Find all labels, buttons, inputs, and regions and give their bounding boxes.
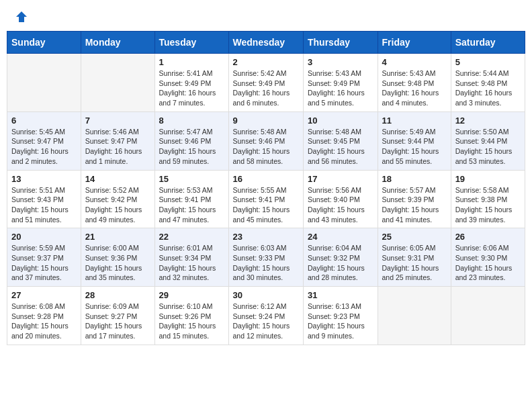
calendar-cell: 2Sunrise: 5:42 AM Sunset: 9:49 PM Daylig…: [228, 54, 303, 112]
day-info: Sunrise: 6:05 AM Sunset: 9:31 PM Dayligh…: [382, 243, 447, 283]
calendar-header-thursday: Thursday: [304, 32, 378, 54]
day-number: 12: [455, 116, 521, 126]
day-number: 24: [308, 232, 373, 242]
day-number: 27: [11, 290, 77, 300]
day-number: 21: [85, 232, 150, 242]
calendar-cell: 25Sunrise: 6:05 AM Sunset: 9:31 PM Dayli…: [378, 228, 451, 287]
day-number: 23: [233, 232, 299, 242]
calendar-cell: 10Sunrise: 5:48 AM Sunset: 9:45 PM Dayli…: [304, 111, 378, 170]
day-info: Sunrise: 5:48 AM Sunset: 9:46 PM Dayligh…: [233, 127, 299, 167]
day-number: 15: [159, 174, 224, 184]
day-number: 7: [85, 116, 150, 126]
day-info: Sunrise: 5:41 AM Sunset: 9:49 PM Dayligh…: [159, 68, 224, 108]
day-number: 6: [11, 116, 77, 126]
calendar-week-row: 27Sunrise: 6:08 AM Sunset: 9:28 PM Dayli…: [7, 287, 525, 345]
day-number: 2: [233, 57, 299, 67]
day-number: 28: [85, 290, 150, 300]
day-number: 10: [308, 116, 373, 126]
day-number: 26: [455, 232, 521, 242]
calendar-cell: 27Sunrise: 6:08 AM Sunset: 9:28 PM Dayli…: [7, 287, 81, 345]
day-info: Sunrise: 5:52 AM Sunset: 9:42 PM Dayligh…: [85, 185, 150, 225]
calendar-table: SundayMondayTuesdayWednesdayThursdayFrid…: [7, 31, 525, 345]
day-number: 17: [308, 174, 373, 184]
day-info: Sunrise: 5:44 AM Sunset: 9:48 PM Dayligh…: [455, 68, 521, 108]
calendar-cell: 13Sunrise: 5:51 AM Sunset: 9:43 PM Dayli…: [7, 170, 81, 228]
day-info: Sunrise: 5:43 AM Sunset: 9:49 PM Dayligh…: [308, 68, 373, 108]
day-info: Sunrise: 6:09 AM Sunset: 9:27 PM Dayligh…: [85, 302, 150, 341]
calendar-week-row: 1Sunrise: 5:41 AM Sunset: 9:49 PM Daylig…: [7, 54, 525, 112]
calendar-cell: 11Sunrise: 5:49 AM Sunset: 9:44 PM Dayli…: [378, 111, 451, 170]
calendar-cell: 24Sunrise: 6:04 AM Sunset: 9:32 PM Dayli…: [304, 228, 378, 287]
calendar-cell: [378, 287, 451, 345]
day-info: Sunrise: 5:55 AM Sunset: 9:41 PM Dayligh…: [233, 185, 299, 225]
calendar-header-saturday: Saturday: [451, 32, 525, 54]
calendar-cell: 15Sunrise: 5:53 AM Sunset: 9:41 PM Dayli…: [154, 170, 228, 228]
calendar-cell: 29Sunrise: 6:10 AM Sunset: 9:26 PM Dayli…: [154, 287, 228, 345]
day-number: 19: [455, 174, 521, 184]
calendar-header-tuesday: Tuesday: [154, 32, 228, 54]
calendar-cell: 30Sunrise: 6:12 AM Sunset: 9:24 PM Dayli…: [228, 287, 303, 345]
logo: [13, 10, 28, 21]
calendar-cell: 7Sunrise: 5:46 AM Sunset: 9:47 PM Daylig…: [81, 111, 154, 170]
day-info: Sunrise: 5:58 AM Sunset: 9:38 PM Dayligh…: [455, 185, 521, 225]
day-info: Sunrise: 5:43 AM Sunset: 9:48 PM Dayligh…: [382, 68, 447, 108]
calendar-header-friday: Friday: [378, 32, 451, 54]
calendar-week-row: 20Sunrise: 5:59 AM Sunset: 9:37 PM Dayli…: [7, 228, 525, 287]
day-info: Sunrise: 5:45 AM Sunset: 9:47 PM Dayligh…: [11, 127, 77, 167]
day-info: Sunrise: 5:47 AM Sunset: 9:46 PM Dayligh…: [159, 127, 224, 167]
day-info: Sunrise: 5:48 AM Sunset: 9:45 PM Dayligh…: [308, 127, 373, 167]
calendar-week-row: 6Sunrise: 5:45 AM Sunset: 9:47 PM Daylig…: [7, 111, 525, 170]
calendar-cell: 12Sunrise: 5:50 AM Sunset: 9:44 PM Dayli…: [451, 111, 525, 170]
calendar-cell: 19Sunrise: 5:58 AM Sunset: 9:38 PM Dayli…: [451, 170, 525, 228]
calendar-cell: 8Sunrise: 5:47 AM Sunset: 9:46 PM Daylig…: [154, 111, 228, 170]
day-number: 14: [85, 174, 150, 184]
day-info: Sunrise: 6:10 AM Sunset: 9:26 PM Dayligh…: [159, 302, 224, 341]
day-info: Sunrise: 5:51 AM Sunset: 9:43 PM Dayligh…: [11, 185, 77, 225]
day-number: 13: [11, 174, 77, 184]
calendar-header-row: SundayMondayTuesdayWednesdayThursdayFrid…: [7, 32, 525, 54]
calendar-cell: 28Sunrise: 6:09 AM Sunset: 9:27 PM Dayli…: [81, 287, 154, 345]
day-number: 31: [308, 290, 373, 300]
day-number: 25: [382, 232, 447, 242]
calendar-cell: 31Sunrise: 6:13 AM Sunset: 9:23 PM Dayli…: [304, 287, 378, 345]
day-number: 3: [308, 57, 373, 67]
calendar-cell: 18Sunrise: 5:57 AM Sunset: 9:39 PM Dayli…: [378, 170, 451, 228]
calendar-cell: 6Sunrise: 5:45 AM Sunset: 9:47 PM Daylig…: [7, 111, 81, 170]
day-info: Sunrise: 5:57 AM Sunset: 9:39 PM Dayligh…: [382, 185, 447, 225]
day-number: 30: [233, 290, 299, 300]
day-info: Sunrise: 6:13 AM Sunset: 9:23 PM Dayligh…: [308, 302, 373, 341]
day-info: Sunrise: 6:04 AM Sunset: 9:32 PM Dayligh…: [308, 243, 373, 283]
svg-marker-0: [16, 11, 27, 22]
page-header: [7, 7, 525, 24]
day-info: Sunrise: 5:59 AM Sunset: 9:37 PM Dayligh…: [11, 243, 77, 283]
calendar-cell: 4Sunrise: 5:43 AM Sunset: 9:48 PM Daylig…: [378, 54, 451, 112]
calendar-cell: 21Sunrise: 6:00 AM Sunset: 9:36 PM Dayli…: [81, 228, 154, 287]
calendar-cell: 22Sunrise: 6:01 AM Sunset: 9:34 PM Dayli…: [154, 228, 228, 287]
calendar-cell: 17Sunrise: 5:56 AM Sunset: 9:40 PM Dayli…: [304, 170, 378, 228]
day-number: 5: [455, 57, 521, 67]
day-info: Sunrise: 5:53 AM Sunset: 9:41 PM Dayligh…: [159, 185, 224, 225]
day-number: 11: [382, 116, 447, 126]
calendar-cell: [7, 54, 81, 112]
calendar-cell: [451, 287, 525, 345]
day-number: 18: [382, 174, 447, 184]
day-number: 20: [11, 232, 77, 242]
calendar-header-wednesday: Wednesday: [228, 32, 303, 54]
day-info: Sunrise: 5:49 AM Sunset: 9:44 PM Dayligh…: [382, 127, 447, 167]
day-number: 1: [159, 57, 224, 67]
day-info: Sunrise: 6:12 AM Sunset: 9:24 PM Dayligh…: [233, 302, 299, 341]
day-number: 8: [159, 116, 224, 126]
day-info: Sunrise: 6:03 AM Sunset: 9:33 PM Dayligh…: [233, 243, 299, 283]
day-info: Sunrise: 6:01 AM Sunset: 9:34 PM Dayligh…: [159, 243, 224, 283]
day-info: Sunrise: 6:00 AM Sunset: 9:36 PM Dayligh…: [85, 243, 150, 283]
day-info: Sunrise: 5:56 AM Sunset: 9:40 PM Dayligh…: [308, 185, 373, 225]
day-info: Sunrise: 5:50 AM Sunset: 9:44 PM Dayligh…: [455, 127, 521, 167]
day-info: Sunrise: 6:06 AM Sunset: 9:30 PM Dayligh…: [455, 243, 521, 283]
calendar-header-monday: Monday: [81, 32, 154, 54]
day-number: 16: [233, 174, 299, 184]
day-info: Sunrise: 5:42 AM Sunset: 9:49 PM Dayligh…: [233, 68, 299, 108]
day-number: 9: [233, 116, 299, 126]
calendar-cell: 23Sunrise: 6:03 AM Sunset: 9:33 PM Dayli…: [228, 228, 303, 287]
day-number: 4: [382, 57, 447, 67]
calendar-header-sunday: Sunday: [7, 32, 81, 54]
